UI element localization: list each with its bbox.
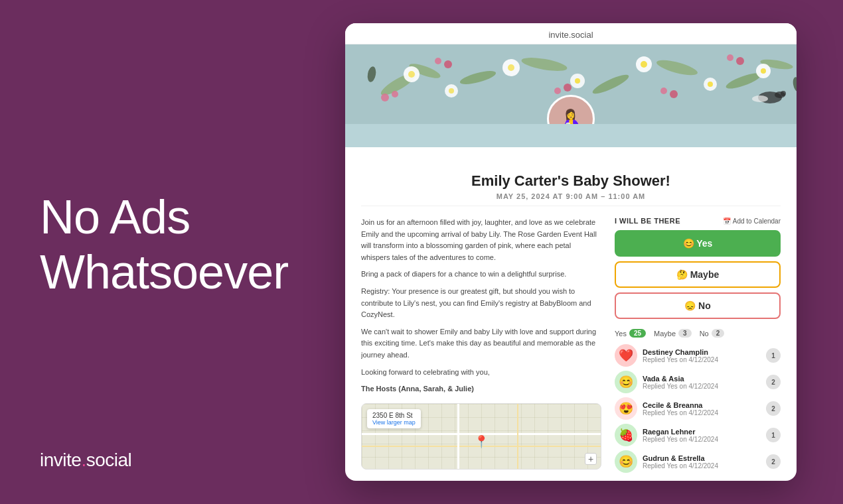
rsvp-header: I WILL BE THERE 📅 Add to Calendar xyxy=(615,217,781,225)
guest-count: 1 xyxy=(766,428,781,442)
svg-point-27 xyxy=(554,88,561,94)
guest-info: Cecile & Breanna Replied Yes on 4/12/202… xyxy=(643,401,761,416)
svg-point-29 xyxy=(660,88,667,94)
yes-count-item: Yes 25 xyxy=(615,329,646,338)
guest-info: Raegan Lehner Replied Yes on 4/12/2024 xyxy=(643,428,761,443)
svg-point-14 xyxy=(508,64,514,71)
guest-info: Destiney Champlin Replied Yes on 4/12/20… xyxy=(643,348,761,363)
guest-list: ❤️ Destiney Champlin Replied Yes on 4/12… xyxy=(615,344,781,473)
headline-text: No Ads Whatsoever xyxy=(40,190,279,300)
map-address: 2350 E 8th St View larger map xyxy=(367,409,421,428)
left-panel: No Ads Whatsoever invite.social xyxy=(0,0,319,504)
map-link[interactable]: View larger map xyxy=(372,419,416,426)
guest-info: Vada & Asia Replied Yes on 4/12/2024 xyxy=(643,375,761,390)
svg-point-12 xyxy=(449,88,454,94)
svg-point-35 xyxy=(781,91,786,96)
guest-name: Gudrun & Estrella xyxy=(643,454,761,462)
guest-item: 😍 Cecile & Breanna Replied Yes on 4/12/2… xyxy=(615,397,781,420)
yes-count-badge: 25 xyxy=(629,329,646,338)
svg-point-23 xyxy=(381,94,389,101)
event-title-area: Emily Carter's Baby Shower! MAY 25, 2024… xyxy=(345,147,797,206)
rsvp-counts: Yes 25 Maybe 3 No 2 xyxy=(615,329,781,338)
guest-item: ❤️ Destiney Champlin Replied Yes on 4/12… xyxy=(615,344,781,367)
map[interactable]: 2350 E 8th St View larger map 📍 + xyxy=(361,403,601,470)
rsvp-maybe-button[interactable]: 🤔 Maybe xyxy=(615,261,781,288)
guest-count: 2 xyxy=(766,454,781,469)
app-header: invite.social xyxy=(345,23,797,44)
map-pin: 📍 xyxy=(474,434,489,449)
rsvp-label: I WILL BE THERE xyxy=(615,217,680,225)
guest-reply: Replied Yes on 4/12/2024 xyxy=(643,383,761,390)
svg-point-26 xyxy=(444,60,452,68)
add-to-calendar[interactable]: 📅 Add to Calendar xyxy=(723,218,781,225)
guest-avatar: 😊 xyxy=(615,450,637,473)
guest-item: 😊 Vada & Asia Replied Yes on 4/12/2024 2 xyxy=(615,371,781,393)
headline: No Ads Whatsoever xyxy=(40,190,279,300)
banner-image: 🤱 xyxy=(345,44,797,124)
guest-count: 2 xyxy=(766,375,781,389)
map-zoom-button[interactable]: + xyxy=(585,453,597,465)
brand-logo: invite.social xyxy=(40,450,279,471)
maybe-count-item: Maybe 3 xyxy=(654,329,692,338)
right-panel: invite.social xyxy=(319,0,843,504)
event-title: Emily Carter's Baby Shower! xyxy=(358,172,783,190)
event-description: Join us for an afternoon filled with joy… xyxy=(361,217,601,395)
svg-point-36 xyxy=(752,95,768,102)
guest-avatar: 😍 xyxy=(615,397,637,420)
guest-item: 🍓 Raegan Lehner Replied Yes on 4/12/2024… xyxy=(615,424,781,446)
main-content: Join us for an afternoon filled with joy… xyxy=(345,206,797,481)
svg-point-16 xyxy=(575,78,580,84)
rsvp-yes-button[interactable]: 😊 Yes xyxy=(615,230,781,257)
svg-point-30 xyxy=(670,90,678,98)
guest-avatar: ❤️ xyxy=(615,344,637,367)
guest-name: Destiney Champlin xyxy=(643,348,761,356)
rsvp-no-button[interactable]: 😞 No xyxy=(615,292,781,319)
guest-avatar: 🍓 xyxy=(615,424,637,446)
svg-point-31 xyxy=(727,54,733,61)
guest-reply: Replied Yes on 4/12/2024 xyxy=(643,356,761,363)
guest-reply: Replied Yes on 4/12/2024 xyxy=(643,462,761,470)
guest-info: Gudrun & Estrella Replied Yes on 4/12/20… xyxy=(643,454,761,470)
guest-name: Raegan Lehner xyxy=(643,428,761,436)
svg-point-10 xyxy=(408,71,415,78)
map-road-v2 xyxy=(517,404,518,469)
event-date: MAY 25, 2024 AT 9:00 AM – 11:00 AM xyxy=(358,192,783,200)
svg-point-18 xyxy=(641,61,647,68)
map-road-vertical xyxy=(457,404,459,469)
svg-point-25 xyxy=(435,58,441,64)
maybe-count-badge: 3 xyxy=(678,329,692,338)
guest-reply: Replied Yes on 4/12/2024 xyxy=(643,436,761,443)
svg-point-22 xyxy=(761,68,766,74)
guest-count: 2 xyxy=(766,401,781,416)
guest-count: 1 xyxy=(766,348,781,363)
svg-point-28 xyxy=(564,84,572,92)
no-count-badge: 2 xyxy=(712,329,725,338)
description-column: Join us for an afternoon filled with joy… xyxy=(361,217,615,470)
svg-point-32 xyxy=(736,57,744,65)
app-window: invite.social xyxy=(345,23,797,481)
guest-name: Vada & Asia xyxy=(643,375,761,383)
guest-name: Cecile & Breanna xyxy=(643,401,761,409)
guest-avatar: 😊 xyxy=(615,371,637,393)
svg-point-24 xyxy=(392,91,398,97)
no-count-item: No 2 xyxy=(700,329,725,338)
guest-item: 😊 Gudrun & Estrella Replied Yes on 4/12/… xyxy=(615,450,781,473)
rsvp-column: I WILL BE THERE 📅 Add to Calendar 😊 Yes … xyxy=(615,217,781,470)
guest-reply: Replied Yes on 4/12/2024 xyxy=(643,409,761,416)
banner-area: 🤱 xyxy=(345,44,797,147)
svg-point-20 xyxy=(708,82,713,87)
